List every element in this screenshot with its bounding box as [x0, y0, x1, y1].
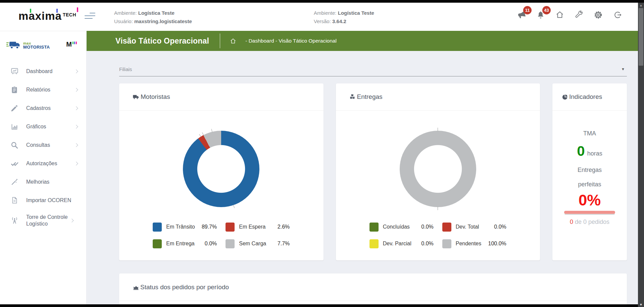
double-check-icon: [10, 159, 19, 168]
topbar: maxima TECH Ambiente: Logística Teste Us…: [0, 3, 638, 31]
entregas-card: Entregas Concluídas 0.0% Dev. Total: [336, 83, 540, 260]
max-motorista-logo: max MOTORISTA: [6, 40, 50, 50]
tma-unit: horas: [587, 150, 602, 157]
sidebar-item-autorizacoes[interactable]: Autorizações: [0, 154, 86, 173]
scrollbar[interactable]: ▲ ▼: [638, 3, 644, 307]
page-title: Visão Tático Operacional: [115, 37, 209, 46]
wrench-icon: [575, 10, 583, 19]
notifications-button[interactable]: 43: [536, 10, 545, 19]
motoristas-donut-chart: [183, 131, 259, 207]
dashboard-icon: [10, 67, 19, 75]
ambiente-value-2: Logística Teste: [338, 10, 374, 16]
legend-item-em-transito: Em Trânsito 89.7%: [153, 220, 217, 234]
logo-blue-tick: [56, 9, 58, 13]
breadcrumb: - Dashboard - Visão Tático Operacional: [245, 38, 337, 44]
sidebar-item-cadastros[interactable]: Cadastros: [0, 99, 86, 117]
motoristas-card-title: Motoristas: [133, 93, 170, 101]
titlebar-divider: [220, 34, 220, 48]
sidebar-item-melhorias[interactable]: Melhorias: [0, 173, 86, 191]
entregas-card-title: Entregas: [349, 93, 383, 101]
gear-icon: [594, 10, 603, 19]
entregas-donut-chart: [400, 131, 476, 207]
swatch: [226, 223, 235, 232]
swatch: [226, 239, 235, 248]
sidebar-toggle-button[interactable]: [85, 13, 95, 19]
app-surface: maxima TECH Ambiente: Logística Teste Us…: [0, 3, 638, 304]
versao-label: Versão:: [314, 18, 331, 24]
reports-icon: [10, 86, 19, 94]
chevron-right-icon: [74, 143, 78, 147]
filiais-label: Filiais: [119, 66, 132, 72]
perfect-deliveries-detail: 0 de 0 pedidos: [570, 219, 609, 226]
logo-pink-tick: [77, 7, 78, 12]
swatch: [442, 223, 451, 232]
search-icon: [10, 141, 19, 149]
legend-item-sem-carga: Sem Carga 7.7%: [226, 237, 290, 251]
filiais-underline: [119, 76, 627, 76]
swatch: [369, 223, 379, 232]
announcements-badge: 11: [523, 6, 532, 14]
mark-blue-tick: [74, 42, 75, 44]
chevron-right-icon: [74, 162, 78, 165]
ambiente-label: Ambiente:: [114, 10, 137, 16]
home-button[interactable]: [555, 10, 564, 19]
magic-wand-icon: [10, 178, 19, 186]
page-title-bar: Visão Tático Operacional - Dashboard - V…: [87, 31, 638, 51]
announcements-button[interactable]: 11: [517, 10, 526, 19]
scrollbar-down-arrow[interactable]: ▼: [638, 303, 644, 306]
sidebar-item-dashboard[interactable]: Dashboard: [0, 62, 86, 80]
sidebar-item-consultas[interactable]: Consultas: [0, 136, 86, 154]
sidebar-item-relatorios[interactable]: Relatórios: [0, 80, 86, 99]
topbar-icons: 11 43: [517, 10, 622, 19]
truck-icon: [133, 94, 140, 101]
swatch: [369, 239, 379, 248]
environment-version-block: Ambiente: Logística Teste Versão: 3.64.2: [314, 9, 374, 25]
sidebar-nav: Dashboard Relatórios: [0, 62, 86, 232]
scrollbar-up-arrow[interactable]: ▲: [638, 4, 644, 7]
main-content: Filiais ▼ Moto: [87, 51, 638, 304]
breadcrumb-home-icon[interactable]: [230, 38, 237, 45]
logout-button[interactable]: [612, 10, 622, 19]
mark-pink-tick: [76, 42, 77, 44]
mark-green-tick: [72, 42, 73, 44]
app-window: maxima TECH Ambiente: Logística Teste Us…: [0, 0, 644, 307]
usuario-label: Usuário:: [114, 18, 133, 24]
ambiente-label-2: Ambiente:: [314, 10, 337, 16]
boxes-icon: [349, 94, 356, 100]
indicadores-card: Indicadores TMA 0 horas Entregas perfeit…: [552, 83, 627, 260]
tools-button[interactable]: [574, 10, 584, 19]
status-pedidos-card: Status dos pedidos por período: [119, 273, 627, 304]
legend-item-dev-total: Dev. Total 0.0%: [442, 220, 506, 234]
pie-chart-icon: [562, 94, 568, 100]
environment-user-block: Ambiente: Logística Teste Usuário: maxst…: [114, 9, 192, 25]
ambiente-value: Logística Teste: [138, 10, 175, 16]
filiais-select[interactable]: Filiais ▼: [119, 66, 627, 76]
brand-name: maxima: [18, 10, 62, 22]
chevron-right-icon: [74, 125, 78, 128]
tma-label: TMA: [583, 130, 596, 137]
pencil-icon: [10, 104, 19, 112]
sidebar-item-graficos[interactable]: Gráficos: [0, 117, 86, 136]
maxima-logo: maxima TECH: [18, 10, 78, 22]
perfect-deliveries-line1: Entregas: [578, 167, 602, 174]
chevron-right-icon: [70, 219, 73, 222]
settings-button[interactable]: [593, 10, 603, 19]
versao-value: 3.64.2: [332, 18, 346, 24]
chevron-right-icon: [74, 69, 78, 73]
entregas-legend: Concluídas 0.0% Dev. Total 0.0% Dev. Par…: [369, 220, 506, 251]
usuario-value: maxstring.logisticateste: [134, 18, 192, 24]
scrollbar-thumb[interactable]: [639, 8, 643, 66]
legend-item-em-entrega: Em Entrega 0.0%: [153, 237, 217, 251]
swatch: [153, 223, 162, 232]
chevron-right-icon: [74, 88, 78, 91]
sidebar-item-importar-ocoren[interactable]: Importar OCOREN: [0, 191, 86, 209]
antenna-icon: [10, 217, 19, 225]
bar-chart-icon: [10, 123, 19, 131]
motoristas-card: Motoristas Em Trânsito 89.7% Em Espera: [119, 83, 324, 260]
sidebar-item-torre-de-controle[interactable]: Torre de Controle Logístico: [0, 209, 86, 232]
perfect-deliveries-progress-bar: [564, 211, 615, 214]
legend-item-dev-parcial: Dev. Parcial 0.0%: [369, 237, 434, 251]
legend-item-concluidas: Concluídas 0.0%: [369, 220, 434, 234]
sidebar: max MOTORISTA M: [0, 31, 87, 304]
indicators-body: TMA 0 horas Entregas perfeitas 0% 0 de 0…: [552, 111, 627, 226]
